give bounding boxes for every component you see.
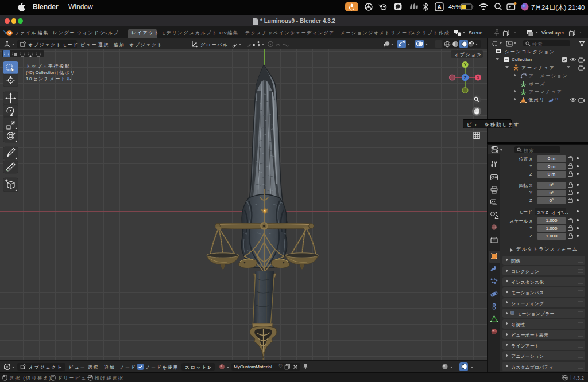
- svg-text:X: X: [477, 76, 479, 80]
- svg-text:A: A: [437, 4, 441, 10]
- svg-text:Y: Y: [464, 63, 467, 67]
- svg-text:Z: Z: [464, 75, 467, 80]
